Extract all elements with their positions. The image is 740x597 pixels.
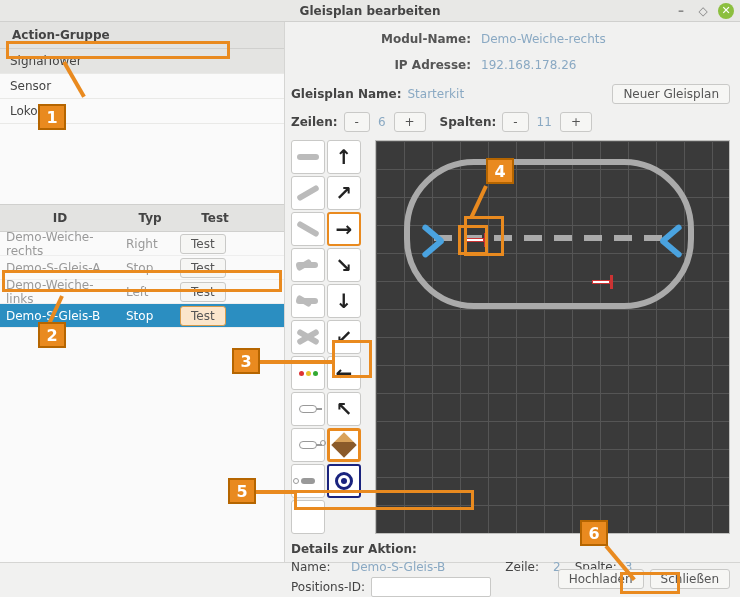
- tool-eye[interactable]: [327, 464, 361, 498]
- col-header-test: Test: [180, 205, 250, 231]
- pencil-icon: [331, 432, 356, 457]
- action-table: ID Typ Test Demo-Weiche-rechts Right Tes…: [0, 204, 284, 328]
- callout-3: 3: [232, 348, 260, 374]
- callout-3-line: [260, 360, 332, 364]
- callout-4: 4: [486, 158, 514, 184]
- cell-typ: Stop: [120, 306, 180, 326]
- tool-sensor[interactable]: [291, 464, 325, 498]
- arrow-up-icon: ↑: [336, 145, 353, 169]
- tool-curve-ne[interactable]: [291, 176, 325, 210]
- arrow-nw-icon: ↖: [336, 397, 353, 421]
- track-canvas[interactable]: [375, 140, 730, 534]
- details-posid-label: Positions-ID:: [291, 580, 371, 594]
- window-title: Gleisplan bearbeiten: [300, 4, 441, 18]
- details-title: Details zur Aktion:: [291, 542, 730, 556]
- callout-6: 6: [580, 520, 608, 546]
- tool-arrow-down[interactable]: ↓: [327, 284, 361, 318]
- table-row[interactable]: Demo-Weiche-rechts Right Test: [0, 232, 284, 256]
- tool-arrow-sw[interactable]: ↙: [327, 320, 361, 354]
- cell-typ: Stop: [120, 258, 180, 278]
- arrow-left-icon: ←: [336, 361, 353, 385]
- details-name-value: Demo-S-Gleis-B: [351, 560, 445, 574]
- traffic-light-icon: [299, 371, 318, 376]
- test-button[interactable]: Test: [180, 306, 226, 326]
- cols-label: Spalten:: [440, 115, 497, 129]
- rows-label: Zeilen:: [291, 115, 338, 129]
- callout-1: 1: [38, 104, 66, 130]
- group-label: Sensor: [10, 79, 51, 93]
- tool-curve-se[interactable]: [291, 212, 325, 246]
- group-row-signaltower[interactable]: SignalTower: [0, 49, 284, 74]
- arrow-right-icon: →: [336, 217, 353, 241]
- group-row-sensor[interactable]: Sensor: [0, 74, 284, 99]
- plan-name-label: Gleisplan Name:: [291, 87, 401, 101]
- group-label: Loko: [10, 104, 38, 118]
- tool-empty[interactable]: [291, 500, 325, 534]
- cell-id: Demo-Weiche-rechts: [0, 227, 120, 261]
- cell-typ: Right: [120, 234, 180, 254]
- tool-arrow-up[interactable]: ↑: [327, 140, 361, 174]
- right-panel: Modul-Name: Demo-Weiche-rechts IP Adress…: [285, 22, 740, 562]
- details-name-label: Name:: [291, 560, 351, 574]
- arrow-se-icon: ↘: [336, 253, 353, 277]
- ip-value: 192.168.178.26: [481, 58, 576, 72]
- rows-minus-button[interactable]: -: [344, 112, 370, 132]
- title-bar: Gleisplan bearbeiten – ◇ ✕: [0, 0, 740, 22]
- tool-arrow-right[interactable]: →: [327, 212, 361, 246]
- minimize-icon[interactable]: –: [674, 4, 688, 18]
- group-label: SignalTower: [10, 54, 82, 68]
- callout-2: 2: [38, 322, 66, 348]
- ip-label: IP Adresse:: [291, 58, 481, 72]
- table-row[interactable]: Demo-Weiche-links Left Test: [0, 280, 284, 304]
- action-group-header: Action-Gruppe: [0, 22, 284, 49]
- tool-arrow-left[interactable]: ←: [327, 356, 361, 390]
- arrow-ne-icon: ↗: [336, 181, 353, 205]
- arrow-down-icon: ↓: [336, 289, 353, 313]
- module-name-value: Demo-Weiche-rechts: [481, 32, 606, 46]
- test-button[interactable]: Test: [180, 258, 226, 278]
- canvas-selected-cell: [458, 225, 488, 255]
- close-icon[interactable]: ✕: [718, 3, 734, 19]
- tool-straight[interactable]: [291, 140, 325, 174]
- tool-arrow-se[interactable]: ↘: [327, 248, 361, 282]
- tool-pencil[interactable]: [327, 428, 361, 462]
- tool-cross[interactable]: [291, 320, 325, 354]
- arrow-sw-icon: ↙: [336, 325, 353, 349]
- tool-arrow-nw[interactable]: ↖: [327, 392, 361, 426]
- tool-signal-1[interactable]: [291, 392, 325, 426]
- cols-minus-button[interactable]: -: [502, 112, 528, 132]
- cols-plus-button[interactable]: +: [560, 112, 592, 132]
- col-header-typ: Typ: [120, 205, 180, 231]
- cols-value: 11: [529, 115, 560, 129]
- cell-typ: Left: [120, 282, 180, 302]
- close-button[interactable]: Schließen: [650, 569, 730, 589]
- rows-plus-button[interactable]: +: [394, 112, 426, 132]
- test-button[interactable]: Test: [180, 282, 226, 302]
- position-id-input[interactable]: [371, 577, 491, 597]
- eye-icon: [335, 472, 353, 490]
- callout-5: 5: [228, 478, 256, 504]
- test-button[interactable]: Test: [180, 234, 226, 254]
- module-name-label: Modul-Name:: [291, 32, 481, 46]
- rows-value: 6: [370, 115, 394, 129]
- callout-5-line: [256, 490, 294, 494]
- tool-switch-right[interactable]: [291, 248, 325, 282]
- tool-switch-left[interactable]: [291, 284, 325, 318]
- details-row-label: Zeile:: [505, 560, 539, 574]
- new-plan-button[interactable]: Neuer Gleisplan: [612, 84, 730, 104]
- tool-signal-2[interactable]: [291, 428, 325, 462]
- track-oval: [404, 159, 694, 309]
- plan-name-value: Starterkit: [407, 87, 464, 101]
- tool-arrow-ne[interactable]: ↗: [327, 176, 361, 210]
- maximize-icon[interactable]: ◇: [696, 4, 710, 18]
- signal-b: [592, 275, 614, 289]
- tool-palette: ↑ ↗ → ↘ ↓ ↙ ← ↖: [291, 140, 369, 534]
